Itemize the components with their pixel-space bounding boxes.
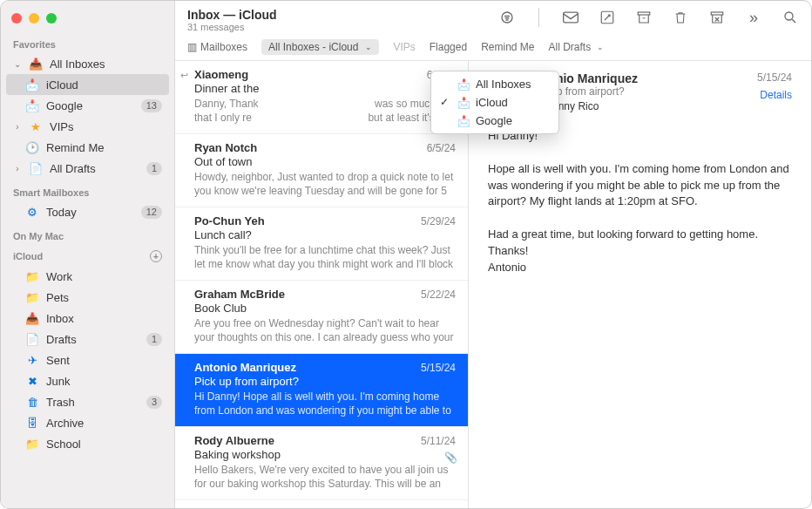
clock-icon: 🕑 xyxy=(25,140,39,154)
message-row[interactable]: Rody Albuerne5/11/24Baking workshopHello… xyxy=(175,427,468,500)
tray-icon: 📩 xyxy=(457,97,470,109)
message-row[interactable]: Graham McBride5/22/24Book ClubAre you fr… xyxy=(175,281,468,354)
sidebar-folder-pets[interactable]: 📁Pets xyxy=(1,287,174,308)
message-row[interactable]: ↩Xiaomeng6/7/24Dinner at theDanny, Thank… xyxy=(175,61,468,134)
envelope-icon[interactable] xyxy=(562,9,579,26)
sidebar-today[interactable]: ⚙︎ Today 12 xyxy=(1,201,174,222)
window-close-button[interactable] xyxy=(11,13,22,24)
window-zoom-button[interactable] xyxy=(46,13,57,24)
reader-body: Hi Danny! Hope all is well with you. I'm… xyxy=(488,128,792,276)
favbar-mailboxes[interactable]: ▥Mailboxes xyxy=(187,41,247,53)
inbox-tray-icon: 📥 xyxy=(29,57,43,71)
more-icon[interactable]: » xyxy=(745,9,762,26)
sidebar-folder-school[interactable]: 📁School xyxy=(1,433,174,454)
sidebar-folder-inbox[interactable]: 📥Inbox xyxy=(1,308,174,329)
chevron-right-icon[interactable]: › xyxy=(13,164,22,173)
sidebar-item-label: Sent xyxy=(46,354,162,367)
paperplane-icon: ✈︎ xyxy=(25,353,39,367)
window-title: Inbox — iCloud xyxy=(187,8,491,22)
message-preview: Howdy, neighbor, Just wanted to drop a q… xyxy=(194,170,456,198)
compose-icon[interactable] xyxy=(599,9,616,26)
icloud-section-text: iCloud xyxy=(13,251,43,261)
sidebar-item-label: Trash xyxy=(46,396,139,409)
message-date: 5/22/24 xyxy=(421,288,456,301)
message-sender: Antonio Manriquez xyxy=(194,361,296,374)
dropdown-item-label: All Inboxes xyxy=(476,78,531,91)
message-sender: Po-Chun Yeh xyxy=(194,214,265,227)
message-row[interactable]: Fleur Lasseur5/10/24Soccer jerseysAre yo… xyxy=(175,500,468,508)
message-preview: Hi Danny! Hope all is well with you. I'm… xyxy=(194,390,456,417)
favbar-vips[interactable]: VIPs xyxy=(393,41,415,53)
message-row[interactable]: Antonio Manriquez5/15/24Pick up from air… xyxy=(175,354,468,427)
count-badge: 1 xyxy=(146,333,162,346)
sidebar-google-inbox[interactable]: 📩 Google 13 xyxy=(1,95,174,116)
reader-subject: Pick up from airport? xyxy=(528,85,748,98)
star-icon: ★ xyxy=(29,119,43,133)
sidebar-folder-drafts[interactable]: 📄Drafts1 xyxy=(1,329,174,350)
attachment-icon: 📎 xyxy=(444,451,457,464)
inbox-filter-dropdown[interactable]: 📩All Inboxes✓📩iCloud📩Google xyxy=(430,71,559,134)
favbar-filter-pill[interactable]: All Inboxes - iCloud⌄ xyxy=(261,39,379,55)
sidebar-all-drafts[interactable]: › 📄 All Drafts 1 xyxy=(1,158,174,179)
dropdown-item[interactable]: 📩All Inboxes xyxy=(431,75,558,93)
sidebar-folder-trash[interactable]: 🗑Trash3 xyxy=(1,391,174,412)
sidebar-folder-sent[interactable]: ✈︎Sent xyxy=(1,350,174,370)
message-date: 5/15/24 xyxy=(421,362,456,374)
message-subject: Baking workshop xyxy=(194,448,456,461)
chevron-down-icon[interactable]: ⌄ xyxy=(13,59,22,69)
message-row[interactable]: Po-Chun Yeh5/29/24Lunch call?Think you'l… xyxy=(175,207,468,281)
svg-point-5 xyxy=(785,12,793,20)
tray-icon: 📩 xyxy=(25,78,39,92)
chevron-down-icon: ⌄ xyxy=(365,43,372,51)
message-row[interactable]: Ryan Notch6/5/24Out of townHowdy, neighb… xyxy=(175,134,468,207)
chevron-right-icon[interactable]: › xyxy=(13,122,22,132)
on-my-mac-label: On My Mac xyxy=(1,227,174,245)
sidebar-item-label: Remind Me xyxy=(46,141,162,154)
tray-icon: 📥 xyxy=(25,311,39,325)
trash-icon[interactable] xyxy=(672,9,689,26)
sidebar-folder-junk[interactable]: ✖︎Junk xyxy=(1,370,174,391)
add-mailbox-icon[interactable]: + xyxy=(150,250,162,262)
sidebar-item-label: Inbox xyxy=(46,312,162,325)
message-subject: Pick up from airport? xyxy=(194,375,456,388)
message-sender: Xiaomeng xyxy=(194,68,248,81)
sidebar-icloud-inbox[interactable]: 📩 iCloud xyxy=(6,74,169,95)
message-date: 5/29/24 xyxy=(421,215,456,227)
sidebar-item-label: Junk xyxy=(46,375,162,388)
svg-rect-3 xyxy=(638,12,650,15)
sidebar-vips[interactable]: › ★ VIPs xyxy=(1,116,174,137)
count-badge: 1 xyxy=(146,162,162,175)
reader-to: To: Danny Rico xyxy=(528,100,748,112)
favbar-flagged[interactable]: Flagged xyxy=(430,41,467,53)
message-subject: Dinner at the xyxy=(194,82,456,95)
tray-icon: 📩 xyxy=(25,98,39,112)
favorites-section-label: Favorites xyxy=(1,36,174,53)
dropdown-item[interactable]: ✓📩iCloud xyxy=(431,93,558,112)
message-preview: Danny, Thank was so much fun that I only… xyxy=(194,97,456,125)
sidebar-folder-archive[interactable]: 🗄Archive xyxy=(1,412,174,433)
search-icon[interactable] xyxy=(782,9,799,26)
sidebar-folder-work[interactable]: 📁Work xyxy=(1,266,174,287)
sidebar-remind-me[interactable]: 🕑 Remind Me xyxy=(1,137,174,158)
window-minimize-button[interactable] xyxy=(29,13,39,24)
reader-from: Antonio Manriquez xyxy=(528,71,748,85)
favbar-remind[interactable]: Remind Me xyxy=(481,41,534,53)
sidebar-item-label: VIPs xyxy=(50,120,162,133)
filter-icon[interactable] xyxy=(498,9,516,26)
favbar-label: Mailboxes xyxy=(200,41,247,53)
message-list[interactable]: ↩Xiaomeng6/7/24Dinner at theDanny, Thank… xyxy=(175,61,469,508)
svg-rect-4 xyxy=(711,12,723,15)
reply-arrow-icon: ↩ xyxy=(180,70,188,81)
count-badge: 3 xyxy=(146,396,162,409)
message-sender: Ryan Notch xyxy=(194,141,257,154)
archive-icon[interactable] xyxy=(635,9,653,26)
dropdown-item[interactable]: 📩Google xyxy=(431,112,558,130)
tray-icon: 📩 xyxy=(457,115,470,127)
folder-icon: 📁 xyxy=(25,269,39,283)
details-link[interactable]: Details xyxy=(757,89,792,101)
junk-icon[interactable] xyxy=(708,9,726,26)
folder-icon: 📁 xyxy=(25,437,39,451)
favbar-drafts[interactable]: All Drafts⌄ xyxy=(549,41,605,53)
sidebar-all-inboxes[interactable]: ⌄ 📥 All Inboxes xyxy=(1,53,174,74)
dropdown-item-label: iCloud xyxy=(476,96,508,109)
